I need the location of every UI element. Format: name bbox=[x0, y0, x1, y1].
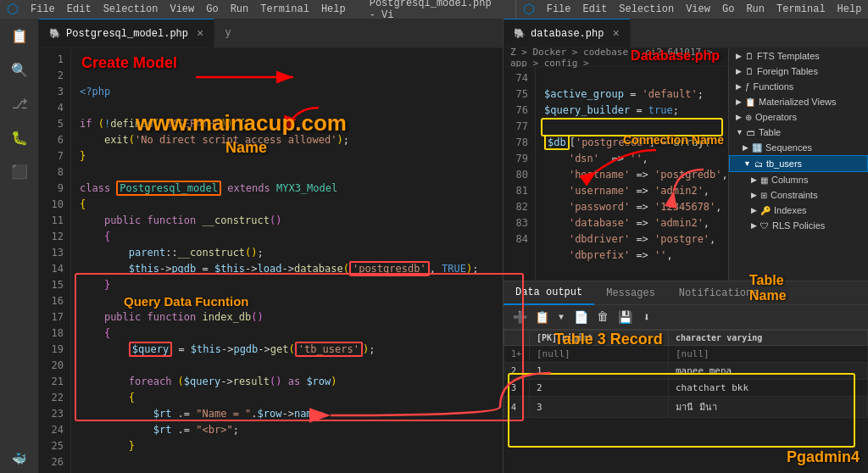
right-tab-close[interactable]: × bbox=[612, 27, 619, 41]
tree-item-operators[interactable]: ▶ ⊕ Operators bbox=[729, 109, 868, 125]
toolbar-btn-paste[interactable]: 📄 bbox=[571, 308, 590, 326]
tab-messages[interactable]: Messages bbox=[594, 281, 667, 305]
menu-go-left[interactable]: Go bbox=[201, 3, 223, 15]
left-extra-tab[interactable]: y bbox=[214, 19, 241, 47]
activity-icon-search[interactable]: 🔍 bbox=[5, 56, 34, 85]
col-header-id bbox=[504, 331, 530, 346]
arrow-create-model bbox=[192, 64, 310, 93]
vscode-logo-left: ⬡ bbox=[7, 1, 19, 18]
menu-run-left[interactable]: Run bbox=[225, 3, 254, 15]
table-row[interactable]: 3 2 chatchart bkk bbox=[504, 380, 868, 397]
menu-help-right[interactable]: Help bbox=[832, 3, 867, 15]
row-col1-3: 2 bbox=[530, 380, 669, 397]
menu-run-right[interactable]: Run bbox=[741, 3, 770, 15]
annotation-table-record: Table 3 Record bbox=[554, 331, 663, 348]
annotation-name: Name bbox=[225, 139, 267, 157]
php-file-icon: 🐘 bbox=[49, 28, 61, 39]
toolbar-btn-dropdown[interactable]: ▼ bbox=[554, 308, 568, 326]
right-pane: 🐘 database.php × Z > Docker > codebase >… bbox=[504, 19, 868, 473]
tree-item-rls[interactable]: ▶ 🛡 RLS Policies bbox=[729, 218, 868, 233]
annotation-pgadmin: Pgadmin4 bbox=[787, 448, 860, 466]
left-editor-area[interactable]: 12345 678910 1112131415 1617181920 21222… bbox=[39, 48, 503, 473]
tree-item-mat-views[interactable]: ▶ 📋 Materialized Views bbox=[729, 94, 868, 109]
menu-help-left[interactable]: Help bbox=[316, 3, 351, 15]
right-tab-label: database.php bbox=[531, 28, 604, 40]
tree-item-foreign[interactable]: ▶ 🗒 Foreign Tables bbox=[729, 64, 868, 79]
tree-item-table[interactable]: ▼ 🗃 Table bbox=[729, 125, 868, 140]
tree-item-columns[interactable]: ▶ ▦ Columns bbox=[729, 172, 868, 187]
db-file-icon: 🐘 bbox=[514, 28, 526, 39]
row-id-3: 3 bbox=[504, 380, 530, 397]
line-numbers-left: 12345 678910 1112131415 1617181920 21222… bbox=[39, 48, 71, 473]
activity-icon-debug[interactable]: 🐛 bbox=[5, 124, 34, 153]
toolbar-btn-save[interactable]: 💾 bbox=[615, 308, 634, 326]
col-header-varchar: character varying bbox=[668, 331, 867, 346]
menu-go-right[interactable]: Go bbox=[717, 3, 739, 15]
tree-item-constraints[interactable]: ▶ ⊞ Constraints bbox=[729, 187, 868, 203]
vscode-logo-right: ⬡ bbox=[523, 1, 535, 18]
row-col2-3: chatchart bkk bbox=[668, 380, 867, 397]
toolbar-btn-copy[interactable]: 📋 bbox=[532, 308, 551, 326]
toolbar-btn-add[interactable]: ➕ bbox=[510, 308, 529, 326]
menu-terminal-left[interactable]: Terminal bbox=[255, 3, 314, 15]
left-tab-bar: 🐘 Postgresql_model.php × y bbox=[39, 19, 503, 48]
row-col2-2: manee mena bbox=[668, 363, 867, 380]
activity-icon-git[interactable]: ⎇ bbox=[5, 90, 34, 119]
row-col1-2: 1 bbox=[530, 363, 669, 380]
tree-item-sequences[interactable]: ▶ 🔢 Sequences bbox=[729, 140, 868, 155]
activity-icon-docker[interactable]: 🐳 bbox=[5, 444, 34, 473]
menu-selection-left[interactable]: Selection bbox=[98, 3, 164, 15]
right-tab-bar: 🐘 database.php × bbox=[504, 19, 868, 48]
output-tab-bar: Data output Messages Notifications bbox=[504, 281, 868, 305]
arrow-connection bbox=[593, 146, 660, 192]
menu-file-right[interactable]: File bbox=[542, 3, 576, 15]
menu-edit-right[interactable]: Edit bbox=[578, 3, 613, 15]
left-tab-close[interactable]: × bbox=[197, 27, 203, 41]
right-editor-area[interactable]: Z > Docker > codebase > ci2_641017 > app… bbox=[504, 48, 728, 281]
tree-item-functions[interactable]: ▶ ƒ Functions bbox=[729, 79, 868, 94]
row-id-1: 1+ bbox=[504, 346, 530, 363]
table-row[interactable]: 2 1 manee mena bbox=[504, 363, 868, 380]
activity-bar: 📋 🔍 ⎇ 🐛 ⬛ 🐳 bbox=[0, 19, 39, 473]
tree-item-indexes[interactable]: ▶ 🔑 Indexes bbox=[729, 203, 868, 218]
table-row[interactable]: 4 3 มานี มีนา bbox=[504, 397, 868, 418]
data-toolbar: ➕ 📋 ▼ 📄 🗑 💾 ⬇ bbox=[504, 305, 868, 330]
menu-edit-left[interactable]: Edit bbox=[62, 3, 97, 15]
annotation-connection-name: Connection Name bbox=[623, 133, 724, 147]
row-id-2: 2 bbox=[504, 363, 530, 380]
row-col2-4: มานี มีนา bbox=[668, 397, 867, 418]
left-active-tab[interactable]: 🐘 Postgresql_model.php × bbox=[39, 19, 214, 47]
arrow-name bbox=[276, 103, 327, 158]
tab-data-output[interactable]: Data output bbox=[504, 281, 594, 305]
annotation-table-name: TableName bbox=[749, 273, 787, 281]
line-numbers-right: 7475767778 798081828384 bbox=[504, 67, 536, 281]
menu-file-left[interactable]: File bbox=[25, 3, 60, 15]
annotation-query-function: Query Data Fucntion bbox=[124, 294, 249, 309]
annotation-create-model: Create Model bbox=[81, 54, 177, 72]
tree-panel: ▶ 🗒 FTS Templates ▶ 🗒 Foreign Tables ▶ ƒ… bbox=[728, 48, 868, 281]
left-tab-label: Postgresql_model.php bbox=[66, 28, 188, 40]
tree-item-fts[interactable]: ▶ 🗒 FTS Templates bbox=[729, 48, 868, 64]
activity-icon-explorer[interactable]: 📋 bbox=[5, 22, 34, 51]
bottom-panel: Data output Messages Notifications ➕ 📋 ▼… bbox=[504, 281, 868, 473]
row-col2-1: [null] bbox=[668, 346, 867, 363]
activity-icon-extensions[interactable]: ⬛ bbox=[5, 158, 34, 186]
menu-selection-right[interactable]: Selection bbox=[614, 3, 679, 15]
row-id-4: 4 bbox=[504, 397, 530, 418]
row-col1-4: 3 bbox=[530, 397, 669, 418]
right-active-tab[interactable]: 🐘 database.php × bbox=[504, 19, 631, 47]
menu-terminal-right[interactable]: Terminal bbox=[771, 3, 831, 15]
toolbar-btn-download[interactable]: ⬇ bbox=[637, 308, 656, 326]
annotation-database-php: Database.php bbox=[631, 48, 720, 64]
menu-view-right[interactable]: View bbox=[681, 3, 715, 15]
toolbar-btn-delete[interactable]: 🗑 bbox=[593, 308, 612, 326]
tree-item-tb-users[interactable]: ▼ 🗂 tb_users bbox=[729, 155, 868, 172]
menu-view-left[interactable]: View bbox=[164, 3, 199, 15]
left-editor-pane: 🐘 Postgresql_model.php × y 12345 678910 … bbox=[39, 19, 504, 473]
